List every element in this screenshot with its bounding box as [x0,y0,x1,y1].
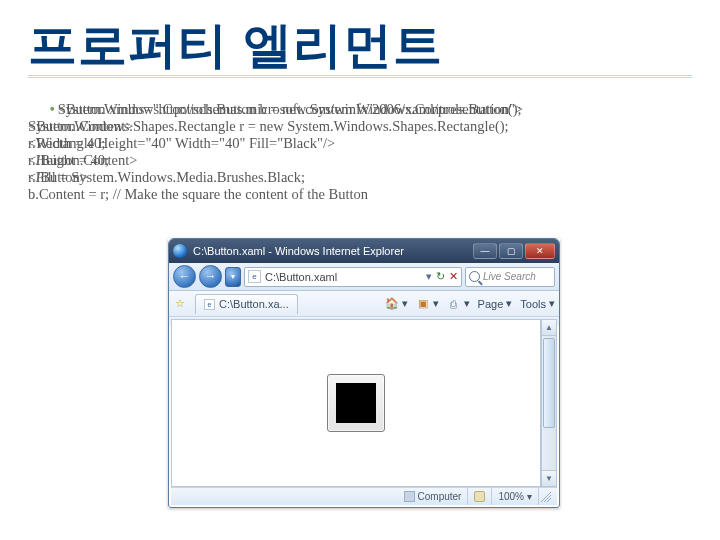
code-csharp: System.Windows.Controls.Button b = new S… [28,101,522,202]
window-title: C:\Button.xaml - Windows Internet Explor… [193,245,471,257]
tab-label: C:\Button.xa... [219,298,289,310]
computer-icon [404,491,415,502]
window-titlebar[interactable]: C:\Button.xaml - Windows Internet Explor… [169,239,559,263]
minimize-button[interactable]: — [473,243,497,259]
shield-icon [474,491,485,502]
back-button[interactable]: ← [173,265,196,288]
scroll-thumb[interactable] [543,338,555,428]
search-placeholder: Live Search [483,271,536,282]
browser-tab[interactable]: e C:\Button.xa... [195,294,298,314]
recent-dropdown[interactable]: ▾ [225,267,241,287]
command-toolbar: ☆ e C:\Button.xa... 🏠▾ ▣▾ ⎙▾ Page ▾ Tool… [169,291,559,317]
search-box[interactable]: Live Search [465,267,555,287]
scroll-down-button[interactable]: ▼ [542,470,556,486]
page-icon: e [248,270,261,283]
wpf-button[interactable] [327,374,385,432]
address-bar[interactable]: e C:\Button.xaml ▾ ↻ ✕ [244,267,462,287]
favorites-icon[interactable]: ☆ [173,297,187,311]
vertical-scrollbar[interactable]: ▲ ▼ [541,319,557,487]
black-rectangle [336,383,376,423]
bullet-icon: • [50,101,58,118]
address-text: C:\Button.xaml [265,271,337,283]
nav-toolbar: ← → ▾ e C:\Button.xaml ▾ ↻ ✕ Live Search [169,263,559,291]
address-dropdown-icon[interactable]: ▾ [426,270,432,283]
tab-page-icon: e [204,299,215,310]
code-overlay-area: •<Button xmlns="http://schemas.microsoft… [28,84,692,222]
status-zone: Computer [398,488,468,505]
search-icon [469,271,480,282]
stop-icon[interactable]: ✕ [449,270,458,283]
refresh-icon[interactable]: ↻ [436,270,445,283]
close-button[interactable]: ✕ [525,243,555,259]
page-menu[interactable]: Page ▾ [478,297,513,310]
resize-grip[interactable] [538,488,553,505]
feeds-button[interactable]: ▣▾ [416,297,439,311]
page-viewport [171,319,541,487]
zoom-control[interactable]: 100% ▾ [491,488,538,505]
status-protected [467,488,491,505]
status-bar: Computer 100% ▾ [171,487,557,505]
status-left [175,488,187,505]
ie-window: C:\Button.xaml - Windows Internet Explor… [168,238,560,508]
maximize-button[interactable]: ▢ [499,243,523,259]
scroll-up-button[interactable]: ▲ [542,320,556,336]
title-underline [28,75,692,78]
ie-icon [173,244,187,258]
home-button[interactable]: 🏠▾ [385,297,408,311]
tools-menu[interactable]: Tools ▾ [520,297,555,310]
print-button[interactable]: ⎙▾ [447,297,470,311]
slide-title: 프로퍼티 엘리먼트 [28,20,692,71]
screenshot-frame: C:\Button.xaml - Windows Internet Explor… [168,238,560,508]
forward-button[interactable]: → [199,265,222,288]
